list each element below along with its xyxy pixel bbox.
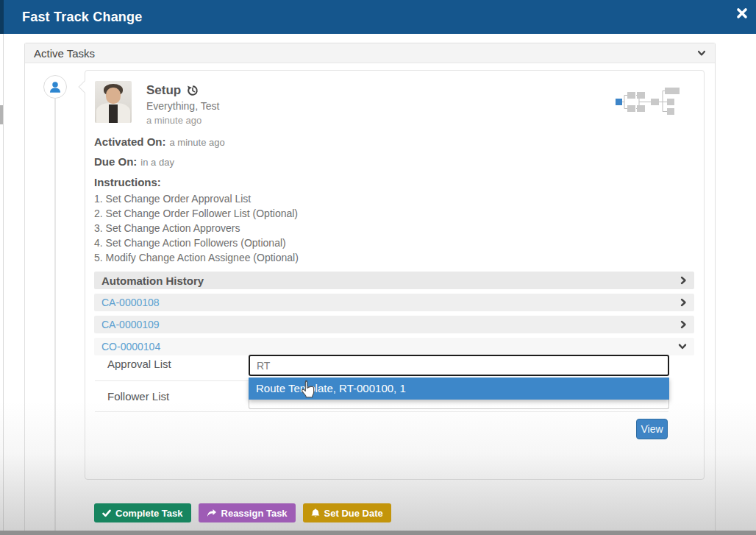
task-assignee: Everything, Test <box>146 100 219 112</box>
forward-arrow-icon <box>207 509 217 517</box>
task-name: Setup <box>146 83 181 98</box>
page-left-border <box>3 34 4 535</box>
task-actions: Complete Task Reassign Task Set Due Date <box>94 503 391 522</box>
instruction-item: 4. Set Change Action Followers (Optional… <box>94 235 694 250</box>
due-on-label: Due On: <box>94 155 137 168</box>
activated-on-line: Activated On:a minute ago <box>94 135 694 149</box>
instruction-item: 5. Modify Change Action Assignee (Option… <box>94 250 694 265</box>
chevron-down-icon <box>678 343 687 350</box>
chevron-right-icon <box>680 320 687 329</box>
activated-on-label: Activated On: <box>94 135 166 148</box>
approval-list-label: Approval List <box>107 358 171 370</box>
chevron-down-icon <box>697 49 706 57</box>
task-card: Setup Everything, Test a minute ago <box>85 70 705 480</box>
task-time-ago: a minute ago <box>146 115 219 126</box>
record-link[interactable]: CO-0000104 <box>94 341 678 352</box>
view-button[interactable]: View <box>636 419 668 439</box>
chevron-right-icon <box>680 276 687 285</box>
active-tasks-header[interactable]: Active Tasks <box>25 43 715 63</box>
row-separator <box>95 411 668 412</box>
activated-on-value: a minute ago <box>170 137 225 148</box>
bell-icon <box>311 509 320 518</box>
timeline-line <box>54 98 56 535</box>
history-row-ca-0000109[interactable]: CA-0000109 <box>94 316 694 333</box>
due-on-value: in a day <box>140 157 174 168</box>
set-due-date-label: Set Due Date <box>324 508 383 519</box>
co-detail-section: Approval List Follower List Route Templa… <box>85 352 705 481</box>
close-icon[interactable] <box>735 7 749 20</box>
record-link[interactable]: CA-0000109 <box>94 319 680 330</box>
record-link[interactable]: CA-0000108 <box>94 297 680 308</box>
autocomplete-suggestion[interactable]: Route Template, RT-000100, 1 <box>249 378 669 400</box>
reassign-task-label: Reassign Task <box>221 508 288 519</box>
task-card-header: Setup Everything, Test a minute ago <box>95 81 219 126</box>
header-accent-strip <box>0 0 4 34</box>
complete-task-button[interactable]: Complete Task <box>94 503 191 522</box>
follower-list-input[interactable] <box>249 400 669 409</box>
instruction-item: 1. Set Change Order Approval List <box>94 191 694 206</box>
modal-header: Fast Track Change <box>0 0 756 34</box>
instruction-item: 3. Set Change Action Approvers <box>94 221 694 235</box>
complete-task-label: Complete Task <box>115 508 183 519</box>
screen: Fast Track Change Active Tasks <box>0 0 756 535</box>
avatar <box>95 81 132 123</box>
approval-list-input[interactable] <box>249 355 669 376</box>
workflow-icon[interactable] <box>615 88 680 117</box>
active-tasks-title: Active Tasks <box>34 47 697 60</box>
chevron-right-icon <box>680 298 687 307</box>
follower-list-label: Follower List <box>107 390 169 403</box>
reassign-task-button[interactable]: Reassign Task <box>199 503 296 522</box>
history-icon[interactable] <box>187 85 199 96</box>
set-due-date-button[interactable]: Set Due Date <box>303 503 391 522</box>
left-scrollbar-thumb[interactable] <box>0 105 3 124</box>
check-icon <box>102 509 111 517</box>
due-on-line: Due On:in a day <box>94 155 694 169</box>
automation-history-bar[interactable]: Automation History <box>94 272 694 289</box>
user-icon <box>49 80 62 93</box>
timeline-node <box>43 75 67 99</box>
history-row-ca-0000108[interactable]: CA-0000108 <box>94 294 694 311</box>
instruction-item: 2. Set Change Order Follower List (Optio… <box>94 206 694 221</box>
modal-title: Fast Track Change <box>22 10 142 25</box>
automation-history-label: Automation History <box>101 274 680 287</box>
bottom-edge-strip <box>0 531 756 535</box>
instructions-label: Instructions: <box>94 176 694 188</box>
